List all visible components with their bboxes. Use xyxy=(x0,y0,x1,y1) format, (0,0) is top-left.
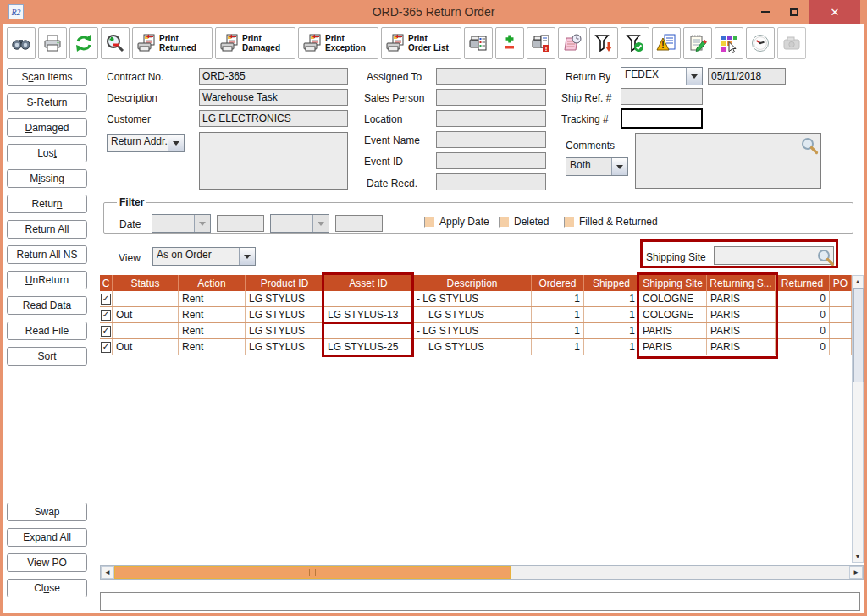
time-button[interactable] xyxy=(746,27,775,59)
vertical-scrollbar-thumb[interactable] xyxy=(853,288,864,382)
device-button[interactable] xyxy=(777,27,806,59)
filter-date-from-dropdown[interactable] xyxy=(152,214,211,233)
find-button[interactable] xyxy=(7,27,36,59)
table-row[interactable]: ✓OutRentLG STYLUSLG STYLUS-13LG STYLUS11… xyxy=(100,307,852,323)
row-checkbox[interactable]: ✓ xyxy=(101,310,111,321)
assigned-to-field[interactable] xyxy=(436,68,546,85)
event-id-field[interactable] xyxy=(436,152,546,169)
comments-mode-dropdown[interactable]: Both xyxy=(566,157,628,176)
dropdown-button[interactable] xyxy=(611,158,627,175)
filter-checkbox-apply-date[interactable]: Apply Date xyxy=(424,216,489,228)
customer-field[interactable] xyxy=(199,110,348,127)
sidebar-read-file-button[interactable]: Read File xyxy=(7,322,87,340)
location-field[interactable] xyxy=(436,110,546,127)
dropdown-button[interactable] xyxy=(312,215,329,232)
table-row[interactable]: ✓RentLG STYLUS- LG STYLUS11COLOGNEPARIS0 xyxy=(100,291,852,307)
sidebar-view-po-button[interactable]: View PO xyxy=(7,553,87,572)
horizontal-scrollbar-track[interactable] xyxy=(114,566,849,579)
table-row[interactable]: ✓OutRentLG STYLUSLG STYLUS-25LG STYLUS11… xyxy=(100,339,852,355)
contract-no-field[interactable] xyxy=(199,68,348,85)
vertical-scrollbar[interactable]: ▲ ▼ xyxy=(852,275,864,563)
edit-notes-button[interactable] xyxy=(683,27,712,59)
filter-apply-button[interactable] xyxy=(621,27,649,59)
print-order-list-button[interactable]: Print Order List xyxy=(381,27,461,59)
sidebar-scan-items-button[interactable]: Scan Items xyxy=(7,68,87,86)
sales-person-field[interactable] xyxy=(436,89,546,106)
view-dropdown[interactable]: As on Order xyxy=(152,247,256,266)
sidebar-read-data-button[interactable]: Read Data xyxy=(7,296,87,315)
close-button[interactable]: ✕ xyxy=(809,0,860,24)
dropdown-button[interactable] xyxy=(194,215,210,232)
column-header-c[interactable]: C xyxy=(100,275,113,291)
dropdown-button[interactable] xyxy=(168,135,184,151)
horizontal-scrollbar[interactable]: ◄ ► xyxy=(100,565,864,580)
sidebar-expand-all-button[interactable]: Expand All xyxy=(7,528,87,547)
ship-ref-field[interactable] xyxy=(621,88,703,105)
sidebar-return-all-button[interactable]: Return All xyxy=(7,220,87,239)
filter-date-to-field[interactable] xyxy=(335,215,383,232)
dropdown-button[interactable] xyxy=(686,68,702,85)
title-bar[interactable]: R2 ORD-365 Return Order ✕ xyxy=(0,0,867,24)
column-header-status[interactable]: Status xyxy=(113,275,179,291)
print-exception-button[interactable]: Print Exception xyxy=(298,27,378,59)
filter-date-from-field[interactable] xyxy=(217,215,264,232)
column-header-description[interactable]: Description xyxy=(413,275,532,291)
column-header-action[interactable]: Action xyxy=(179,275,246,291)
minimize-button[interactable] xyxy=(752,0,779,24)
sidebar-damaged-button[interactable]: Damaged xyxy=(7,118,87,137)
column-header-returned[interactable]: Returned xyxy=(776,275,830,291)
print-button[interactable] xyxy=(38,27,67,59)
column-header-shipping-site[interactable]: Shipping Site xyxy=(639,275,707,291)
comments-textarea[interactable] xyxy=(635,133,821,189)
description-field[interactable] xyxy=(199,89,348,106)
event-name-field[interactable] xyxy=(436,131,546,148)
column-header-product-id[interactable]: Product ID xyxy=(246,275,324,291)
zoom-button[interactable] xyxy=(101,27,130,59)
print-list-button[interactable] xyxy=(464,27,493,59)
scroll-down-icon[interactable]: ▼ xyxy=(853,551,863,562)
return-addr-dropdown[interactable]: Return Addr... xyxy=(107,134,185,152)
checkbox-icon[interactable] xyxy=(424,217,435,228)
dropdown-button[interactable] xyxy=(239,248,255,265)
sidebar-return-button[interactable]: Return xyxy=(7,195,87,213)
row-checkbox[interactable]: ✓ xyxy=(101,342,111,353)
cell-checked[interactable]: ✓ xyxy=(100,339,113,355)
sidebar-sort-button[interactable]: Sort xyxy=(7,347,87,366)
scroll-left-icon[interactable]: ◄ xyxy=(101,566,114,579)
checkbox-icon[interactable] xyxy=(564,217,575,228)
status-input[interactable] xyxy=(100,592,860,611)
date-recd-field[interactable] xyxy=(436,173,546,190)
scroll-right-icon[interactable]: ► xyxy=(849,566,863,579)
table-row[interactable]: ✓RentLG STYLUS- LG STYLUS11PARISPARIS0 xyxy=(100,323,852,339)
scroll-up-icon[interactable]: ▲ xyxy=(853,276,863,287)
checkbox-icon[interactable] xyxy=(499,217,510,228)
row-checkbox[interactable]: ✓ xyxy=(101,294,111,305)
cell-checked[interactable]: ✓ xyxy=(100,307,113,322)
filter-download-button[interactable] xyxy=(589,27,618,59)
row-checkbox[interactable]: ✓ xyxy=(101,326,111,337)
cell-checked[interactable]: ✓ xyxy=(100,291,113,306)
tracking-field[interactable] xyxy=(621,108,703,129)
filter-checkbox-filled-returned[interactable]: Filled & Returned xyxy=(564,216,658,228)
sidebar-lost-button[interactable]: Lost xyxy=(7,144,87,162)
exception-report-button[interactable]: ! xyxy=(652,27,681,59)
sidebar-swap-button[interactable]: Swap xyxy=(7,503,87,521)
return-by-date-field[interactable] xyxy=(708,68,786,85)
column-header-returning-s-[interactable]: Returning S... xyxy=(707,275,776,291)
print-alert-button[interactable]: ! xyxy=(527,27,555,59)
column-header-shipped[interactable]: Shipped xyxy=(584,275,639,291)
refresh-button[interactable] xyxy=(69,27,98,59)
filter-checkbox-deleted[interactable]: Deleted xyxy=(499,216,549,228)
sidebar-return-all-ns-button[interactable]: Return All NS xyxy=(7,245,87,264)
return-by-dropdown[interactable]: FEDEX xyxy=(621,67,703,85)
add-remove-button[interactable] xyxy=(495,27,524,59)
sidebar-unreturn-button[interactable]: UnReturn xyxy=(7,271,87,289)
maximize-button[interactable] xyxy=(781,0,808,24)
cell-checked[interactable]: ✓ xyxy=(100,323,113,338)
sidebar-s-return-button[interactable]: S-Return xyxy=(7,93,87,112)
layout-picker-button[interactable] xyxy=(715,27,743,59)
sidebar-close-button[interactable]: Close xyxy=(7,579,87,597)
horizontal-scrollbar-thumb[interactable] xyxy=(114,566,511,579)
return-address-textarea[interactable] xyxy=(199,132,348,190)
clock-notes-button[interactable] xyxy=(558,27,587,59)
